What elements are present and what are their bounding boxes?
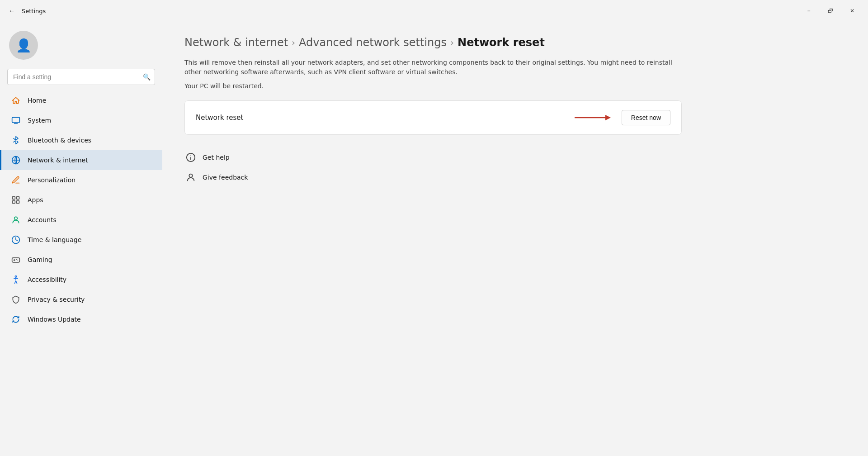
page-description: This will remove then reinstall all your…: [184, 58, 682, 77]
restore-button[interactable]: 🗗: [820, 4, 841, 18]
search-box: 🔍: [7, 69, 155, 85]
sidebar-label-gaming: Gaming: [28, 256, 52, 263]
avatar: 👤: [9, 31, 38, 60]
svg-point-12: [16, 259, 17, 260]
svg-rect-10: [12, 258, 20, 262]
breadcrumb-separator: ›: [292, 37, 295, 48]
sidebar-item-bluetooth[interactable]: Bluetooth & devices: [0, 130, 162, 150]
svg-rect-7: [17, 201, 19, 204]
sidebar-label-update: Windows Update: [28, 316, 81, 323]
sidebar-label-system: System: [28, 117, 51, 124]
breadcrumb: Network & internet›Advanced network sett…: [184, 36, 846, 49]
close-button[interactable]: ✕: [842, 4, 863, 18]
svg-rect-4: [13, 197, 15, 200]
sidebar-label-personalization: Personalization: [28, 176, 75, 184]
sidebar-label-network: Network & internet: [28, 157, 88, 164]
home-icon: [10, 95, 21, 106]
sidebar-item-time[interactable]: Time & language: [0, 230, 162, 250]
window-controls: − 🗗 ✕: [798, 4, 863, 18]
app-body: 👤 🔍 Home System Bluetooth & devices Netw…: [0, 22, 868, 456]
sidebar-label-privacy: Privacy & security: [28, 296, 85, 303]
arrow-indicator: [575, 112, 611, 123]
svg-rect-0: [12, 117, 20, 123]
page-note: Your PC will be restarted.: [184, 82, 846, 90]
minimize-button[interactable]: −: [798, 4, 819, 18]
sidebar-label-apps: Apps: [28, 196, 43, 204]
app-title: Settings: [22, 8, 46, 14]
reset-card-right: Reset now: [575, 110, 670, 125]
svg-point-8: [14, 217, 18, 220]
breadcrumb-item-2: Network reset: [458, 36, 545, 49]
back-button[interactable]: ←: [5, 5, 18, 17]
network-icon: [10, 155, 21, 166]
breadcrumb-item-0[interactable]: Network & internet: [184, 36, 288, 49]
sidebar-item-privacy[interactable]: Privacy & security: [0, 290, 162, 309]
sidebar-item-network[interactable]: Network & internet: [0, 150, 162, 170]
sidebar-label-home: Home: [28, 97, 46, 104]
titlebar: ← Settings − 🗗 ✕: [0, 0, 868, 22]
reset-card: Network reset Reset now: [184, 100, 682, 135]
sidebar-item-system[interactable]: System: [0, 110, 162, 130]
get-help-icon: [184, 151, 197, 164]
sidebar-item-personalization[interactable]: Personalization: [0, 170, 162, 190]
accounts-icon: [10, 214, 21, 225]
privacy-icon: [10, 294, 21, 305]
svg-point-11: [17, 260, 18, 261]
bluetooth-icon: [10, 135, 21, 146]
reset-now-button[interactable]: Reset now: [622, 110, 670, 125]
svg-rect-5: [17, 197, 19, 200]
nav-list: Home System Bluetooth & devices Network …: [0, 90, 162, 329]
gaming-icon: [10, 254, 21, 265]
svg-marker-15: [605, 115, 611, 120]
breadcrumb-item-1[interactable]: Advanced network settings: [299, 36, 447, 49]
user-avatar-section: 👤: [0, 25, 162, 69]
sidebar-item-apps[interactable]: Apps: [0, 190, 162, 210]
sidebar-item-accessibility[interactable]: Accessibility: [0, 270, 162, 290]
give-feedback-label: Give feedback: [203, 174, 248, 181]
main-content: Network & internet›Advanced network sett…: [163, 22, 868, 456]
sidebar-item-gaming[interactable]: Gaming: [0, 250, 162, 270]
arrow-icon: [575, 112, 611, 123]
svg-point-17: [190, 155, 191, 156]
sidebar-item-accounts[interactable]: Accounts: [0, 210, 162, 230]
sidebar: 👤 🔍 Home System Bluetooth & devices Netw…: [0, 22, 163, 456]
system-icon: [10, 115, 21, 126]
give-feedback-icon: [184, 171, 197, 184]
search-input[interactable]: [7, 69, 155, 85]
update-icon: [10, 314, 21, 325]
svg-point-18: [189, 174, 192, 177]
get-help-link[interactable]: Get help: [184, 149, 682, 166]
sidebar-label-time: Time & language: [28, 236, 81, 243]
sidebar-label-accounts: Accounts: [28, 216, 57, 223]
breadcrumb-separator: ›: [450, 37, 454, 48]
accessibility-icon: [10, 274, 21, 285]
sidebar-item-home[interactable]: Home: [0, 90, 162, 110]
help-section: Get help Give feedback: [184, 149, 682, 185]
reset-card-label: Network reset: [196, 114, 243, 122]
get-help-label: Get help: [203, 154, 230, 161]
give-feedback-link[interactable]: Give feedback: [184, 169, 682, 185]
sidebar-label-bluetooth: Bluetooth & devices: [28, 137, 91, 144]
personalization-icon: [10, 175, 21, 185]
time-icon: [10, 234, 21, 245]
svg-rect-6: [13, 201, 15, 204]
sidebar-label-accessibility: Accessibility: [28, 276, 66, 283]
sidebar-item-update[interactable]: Windows Update: [0, 309, 162, 329]
apps-icon: [10, 195, 21, 205]
